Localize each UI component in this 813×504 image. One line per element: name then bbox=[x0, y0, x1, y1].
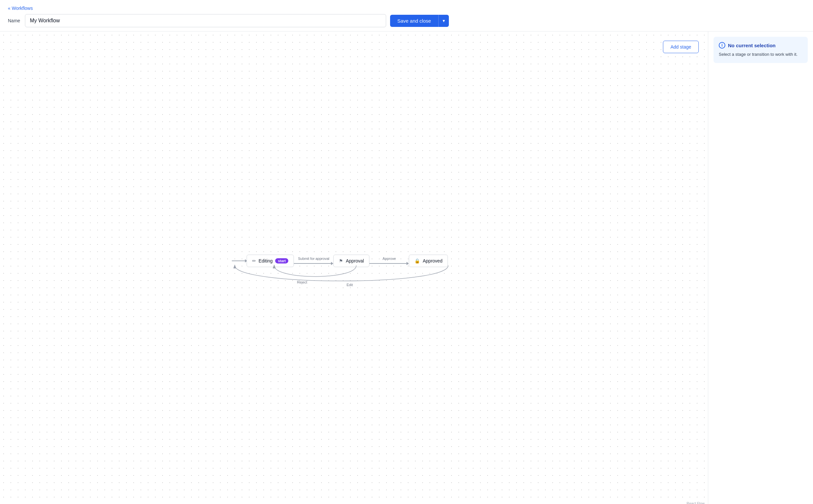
approval-label: Approval bbox=[346, 258, 364, 263]
editing-icon: ✏ bbox=[252, 258, 256, 263]
back-link[interactable]: « Workflows bbox=[8, 6, 33, 11]
selection-desc: Select a stage or transition to work wit… bbox=[719, 51, 802, 58]
entry-arrow bbox=[232, 259, 247, 263]
name-label: Name bbox=[8, 18, 21, 23]
workflow-diagram: ✏ Editing start Submit for approval ⚑ Ap… bbox=[199, 255, 481, 287]
main-layout: Add stage ✏ Editing start Submit for bbox=[0, 31, 813, 504]
svg-text:Edit: Edit bbox=[347, 283, 353, 287]
editing-label: Editing bbox=[259, 258, 273, 263]
approve-label: Approve bbox=[382, 257, 396, 261]
workflow-canvas[interactable]: Add stage ✏ Editing start Submit for bbox=[0, 31, 708, 504]
workflow-name-input[interactable] bbox=[25, 14, 386, 27]
return-paths: Reject Edit bbox=[199, 264, 481, 287]
start-badge: start bbox=[275, 258, 288, 263]
approved-label: Approved bbox=[423, 258, 442, 263]
selection-info-box: i No current selection Select a stage or… bbox=[714, 37, 808, 63]
add-stage-button[interactable]: Add stage bbox=[663, 41, 699, 53]
header: « Workflows Name Save and close ▾ bbox=[0, 0, 813, 31]
save-dropdown-button[interactable]: ▾ bbox=[439, 15, 449, 27]
react-flow-label: React Flow bbox=[687, 501, 705, 504]
selection-title: i No current selection bbox=[719, 42, 802, 49]
no-selection-title-text: No current selection bbox=[728, 43, 776, 48]
save-button-group: Save and close ▾ bbox=[390, 15, 449, 27]
submit-label: Submit for approval bbox=[298, 257, 329, 261]
save-and-close-button[interactable]: Save and close bbox=[390, 15, 439, 27]
svg-text:Reject: Reject bbox=[297, 280, 307, 284]
approved-icon: 🔒 bbox=[415, 258, 420, 263]
approval-icon: ⚑ bbox=[339, 258, 343, 263]
info-icon: i bbox=[719, 42, 725, 49]
right-panel: i No current selection Select a stage or… bbox=[708, 31, 813, 504]
